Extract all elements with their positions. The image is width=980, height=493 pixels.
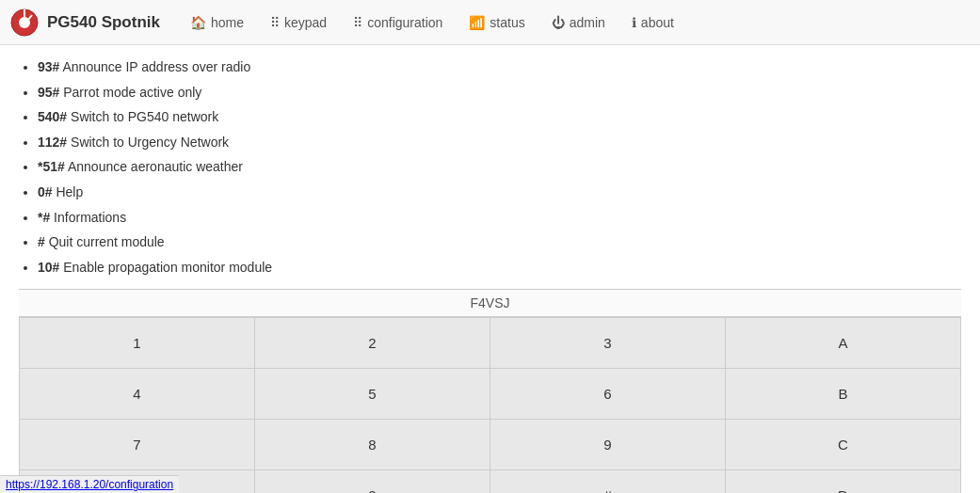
statusbar-url[interactable]: https://192.168.1.20/configuration — [6, 478, 173, 491]
key-7[interactable]: 7 — [20, 420, 255, 470]
commands-list: 93# Announce IP address over radio 95# P… — [19, 55, 961, 279]
status-icon: 📶 — [469, 15, 485, 30]
brand-link[interactable]: PG540 Spotnik — [9, 8, 160, 38]
keypad-section: F4VSJ 1 2 3 A 4 5 6 B 7 8 9 C * 0 # D — [19, 289, 961, 493]
list-item: 95# Parrot mode active only — [38, 80, 961, 105]
cmd-code: 112# — [38, 135, 67, 150]
cmd-text: Quit current module — [45, 234, 165, 249]
key-0[interactable]: 0 — [255, 470, 490, 493]
cmd-text: Informations — [50, 210, 126, 225]
key-5[interactable]: 5 — [255, 369, 490, 420]
cmd-text: Help — [53, 184, 84, 199]
nav-item-keypad[interactable]: ⠿ keypad — [259, 9, 338, 36]
key-3[interactable]: 3 — [490, 318, 726, 369]
key-D[interactable]: D — [726, 470, 961, 493]
keypad-icon: ⠿ — [270, 15, 280, 30]
nav-link-admin[interactable]: ⏻ admin — [540, 9, 617, 36]
nav-item-about[interactable]: ℹ about — [620, 9, 685, 36]
brand-name: PG540 Spotnik — [47, 13, 160, 32]
list-item: 10# Enable propagation monitor module — [38, 255, 961, 280]
list-item: 540# Switch to PG540 network — [38, 104, 961, 130]
cmd-code: # — [38, 234, 45, 249]
about-icon: ℹ — [632, 15, 636, 30]
list-item: *51# Announce aeronautic weather — [38, 154, 961, 180]
nav-link-configuration[interactable]: ⠿ configuration — [342, 9, 454, 36]
cmd-text: Switch to PG540 network — [67, 109, 218, 124]
nav-label-keypad: keypad — [284, 15, 327, 30]
cmd-text: Announce IP address over radio — [59, 59, 250, 74]
key-8[interactable]: 8 — [255, 420, 490, 470]
nav-link-about[interactable]: ℹ about — [620, 9, 685, 36]
key-C[interactable]: C — [726, 420, 961, 470]
nav-item-configuration[interactable]: ⠿ configuration — [342, 9, 454, 36]
nav-label-admin: admin — [570, 15, 605, 30]
navbar: PG540 Spotnik 🏠 home ⠿ keypad ⠿ configur… — [0, 0, 980, 45]
cmd-code: *# — [38, 210, 50, 225]
nav-label-about: about — [641, 15, 674, 30]
nav-item-admin[interactable]: ⏻ admin — [540, 9, 617, 36]
statusbar: https://192.168.1.20/configuration — [0, 475, 179, 493]
nav-label-status: status — [490, 15, 524, 30]
list-item: *# Informations — [38, 205, 961, 231]
key-1[interactable]: 1 — [20, 318, 255, 369]
nav-link-status[interactable]: 📶 status — [458, 9, 536, 36]
cmd-code: 540# — [38, 109, 67, 124]
cmd-code: 95# — [38, 85, 59, 100]
key-B[interactable]: B — [726, 369, 961, 420]
cmd-code: *51# — [38, 159, 65, 174]
key-4[interactable]: 4 — [20, 369, 255, 420]
list-item: # Quit current module — [38, 230, 961, 255]
cmd-text: Parrot mode active only — [59, 85, 201, 100]
list-item: 112# Switch to Urgency Network — [38, 130, 961, 155]
cmd-text: Enable propagation monitor module — [59, 260, 272, 275]
key-6[interactable]: 6 — [490, 369, 726, 420]
admin-icon: ⏻ — [552, 15, 565, 30]
list-item: 0# Help — [38, 180, 961, 205]
brand-icon — [9, 8, 40, 38]
keypad-title: F4VSJ — [19, 289, 961, 317]
nav-label-home: home — [211, 15, 244, 30]
nav-label-configuration: configuration — [367, 15, 442, 30]
list-item: 93# Announce IP address over radio — [38, 55, 961, 80]
key-2[interactable]: 2 — [255, 318, 490, 369]
cmd-code: 93# — [38, 59, 59, 74]
key-9[interactable]: 9 — [490, 420, 726, 470]
nav-menu: 🏠 home ⠿ keypad ⠿ configuration 📶 status — [179, 9, 685, 36]
cmd-text: Switch to Urgency Network — [67, 135, 229, 150]
home-icon: 🏠 — [190, 15, 206, 30]
nav-link-keypad[interactable]: ⠿ keypad — [259, 9, 338, 36]
nav-item-home[interactable]: 🏠 home — [179, 9, 255, 36]
configuration-icon: ⠿ — [353, 15, 362, 30]
cmd-text: Announce aeronautic weather — [65, 159, 243, 174]
nav-item-status[interactable]: 📶 status — [458, 9, 536, 36]
nav-link-home[interactable]: 🏠 home — [179, 9, 255, 36]
key-hash[interactable]: # — [490, 470, 726, 493]
cmd-code: 0# — [38, 184, 53, 199]
keypad-grid: 1 2 3 A 4 5 6 B 7 8 9 C * 0 # D — [19, 317, 961, 493]
key-A[interactable]: A — [726, 318, 961, 369]
cmd-code: 10# — [38, 260, 59, 275]
main-content: 93# Announce IP address over radio 95# P… — [0, 45, 980, 493]
